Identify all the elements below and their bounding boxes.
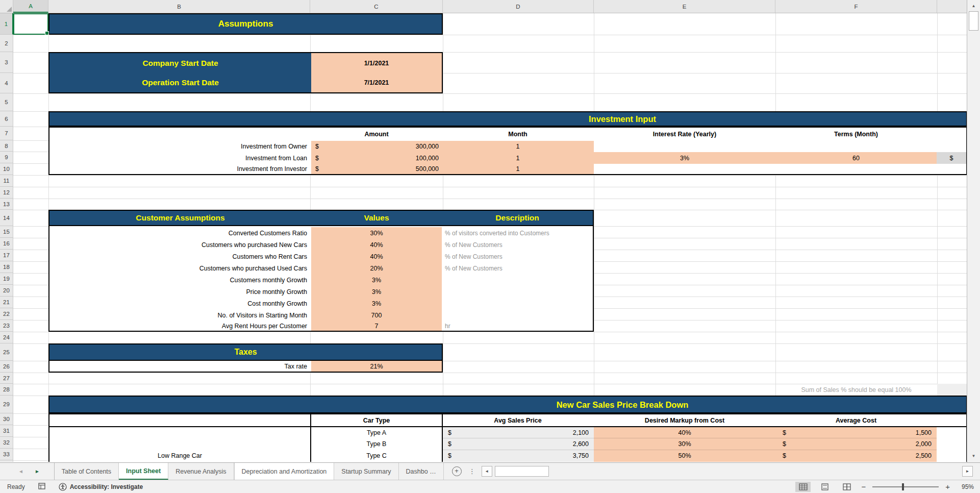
investment-loan-month[interactable]: 1 xyxy=(442,152,594,164)
accessibility-status[interactable]: Accessibility: Investigate xyxy=(59,483,143,491)
average-cost-cell[interactable]: 1,500 xyxy=(775,427,932,438)
assumptions-header-cell[interactable]: Assumptions xyxy=(48,13,443,35)
investment-loan-payment-currency[interactable]: $ xyxy=(937,152,966,164)
row-header-27[interactable]: 27 xyxy=(0,373,13,384)
normal-view-button[interactable] xyxy=(795,482,811,492)
row-header-32[interactable]: 32 xyxy=(0,437,13,449)
row-header-10[interactable]: 10 xyxy=(0,163,13,175)
row-header-18[interactable]: 18 xyxy=(0,261,13,273)
new-car-table[interactable]: Car Type Avg Sales Price Desired Markup … xyxy=(48,413,967,462)
row-header-9[interactable]: 9 xyxy=(0,152,13,163)
column-header-e[interactable]: E xyxy=(594,0,775,13)
start-dates-value-block[interactable]: 1/1/2021 7/1/2021 xyxy=(311,53,442,92)
customer-row-label[interactable]: Converted Customers Ratio xyxy=(49,227,307,239)
start-dates-table[interactable]: Company Start Date Operation Start Date … xyxy=(48,52,443,93)
zoom-in-button[interactable]: + xyxy=(945,483,950,490)
column-header-a[interactable]: A xyxy=(13,0,48,13)
scroll-up-button[interactable]: ▲ xyxy=(968,1,979,10)
customer-row-value[interactable]: 3% xyxy=(311,286,442,298)
select-all-corner[interactable] xyxy=(0,0,13,13)
customer-row-description[interactable]: hr xyxy=(445,321,592,331)
row-header-25[interactable]: 25 xyxy=(0,343,13,361)
vertical-scroll-thumb[interactable] xyxy=(969,11,978,31)
row-header-16[interactable]: 16 xyxy=(0,238,13,250)
investment-investor-month[interactable]: 1 xyxy=(442,164,594,174)
markup-cell[interactable]: 40% xyxy=(594,427,775,438)
customer-row-description[interactable]: % of New Customers xyxy=(445,262,592,274)
row-header-11[interactable]: 11 xyxy=(0,175,13,187)
customer-row-label[interactable]: Customers monthly Growth xyxy=(49,274,307,286)
zoom-out-button[interactable]: − xyxy=(861,483,866,490)
scroll-down-button[interactable]: ▼ xyxy=(968,451,979,460)
customer-row-value[interactable]: 30% xyxy=(311,227,442,239)
page-break-view-button[interactable] xyxy=(839,482,855,492)
car-type-cell[interactable]: Type A xyxy=(311,427,442,438)
investment-loan-interest[interactable]: 3% xyxy=(594,152,775,164)
row-header-31[interactable]: 31 xyxy=(0,425,13,437)
customer-row-label[interactable]: Customers who Rent Cars xyxy=(49,251,307,262)
customer-row-label[interactable]: Cost monthly Growth xyxy=(49,298,307,309)
tab-overflow-menu[interactable]: ⋮ xyxy=(469,467,475,475)
investment-owner-label[interactable]: Investment from Owner xyxy=(49,141,307,152)
customer-row-description[interactable]: % of New Customers xyxy=(445,251,592,262)
vertical-scrollbar[interactable]: ▲ ▼ xyxy=(967,0,980,462)
tab-depreciation-amortization[interactable]: Depreciation and Amortization xyxy=(234,463,335,480)
customer-row-value[interactable]: 20% xyxy=(311,262,442,274)
row-header-8[interactable]: 8 xyxy=(0,140,13,152)
row-header-23[interactable]: 23 xyxy=(0,320,13,332)
avg-sales-price-cell[interactable]: 2,600 xyxy=(443,438,589,449)
row-header-1[interactable]: 1 xyxy=(0,13,13,35)
customer-row-value[interactable]: 700 xyxy=(311,309,442,321)
tax-rate-label[interactable]: Tax rate xyxy=(49,361,307,372)
tab-startup-summary[interactable]: Startup Summary xyxy=(334,463,398,480)
row-header-6[interactable]: 6 xyxy=(0,111,13,127)
car-group-label[interactable]: Low Range Car xyxy=(49,450,310,462)
customer-row-value[interactable]: 40% xyxy=(311,251,442,262)
row-header-22[interactable]: 22 xyxy=(0,308,13,320)
tab-table-of-contents[interactable]: Table of Contents xyxy=(55,463,119,480)
row-header-33[interactable]: 33 xyxy=(0,449,13,460)
zoom-slider[interactable] xyxy=(872,486,939,487)
row-header-17[interactable]: 17 xyxy=(0,250,13,261)
horizontal-scroll-track[interactable] xyxy=(494,466,961,477)
markup-cell[interactable]: 30% xyxy=(594,438,775,449)
tab-revenue-analysis[interactable]: Revenue Analysis xyxy=(168,463,234,480)
sheet-nav-right-icon[interactable]: ► xyxy=(35,469,40,474)
row-header-24[interactable]: 24 xyxy=(0,332,13,343)
row-header-13[interactable]: 13 xyxy=(0,199,13,210)
customer-row-label[interactable]: Customers who purchased Used Cars xyxy=(49,262,307,274)
sales-percent-check-cell[interactable] xyxy=(937,384,967,396)
avg-sales-price-cell[interactable]: 3,750 xyxy=(443,450,589,461)
customer-row-label[interactable]: Avg Rent Hours per Customer xyxy=(49,321,307,331)
taxes-table[interactable]: Taxes Tax rate 21% xyxy=(48,343,443,373)
customer-row-label[interactable]: Price monthly Growth xyxy=(49,286,307,298)
customer-row-description[interactable]: % of New Customers xyxy=(445,239,592,251)
row-header-29[interactable]: 29 xyxy=(0,396,13,413)
car-type-cell[interactable]: Type B xyxy=(311,438,442,449)
average-cost-cell[interactable]: 2,500 xyxy=(775,450,932,461)
row-header-19[interactable]: 19 xyxy=(0,273,13,285)
customer-row-label[interactable]: Customers who purchased New Cars xyxy=(49,239,307,251)
investment-loan-terms[interactable]: 60 xyxy=(775,152,937,164)
row-header-3[interactable]: 3 xyxy=(0,52,13,73)
operation-start-date-value[interactable]: 7/1/2021 xyxy=(311,72,442,92)
row-header-2[interactable]: 2 xyxy=(0,35,13,52)
investment-investor-amount[interactable]: 500,000 xyxy=(311,164,439,174)
row-header-26[interactable]: 26 xyxy=(0,361,13,373)
tab-input-sheet[interactable]: Input Sheet xyxy=(119,463,168,480)
investment-loan-amount[interactable]: 100,000 xyxy=(311,152,439,164)
page-layout-view-button[interactable] xyxy=(817,482,833,492)
tax-rate-value[interactable]: 21% xyxy=(311,361,442,372)
customer-row-value[interactable]: 3% xyxy=(311,274,442,286)
investment-loan-label[interactable]: Investment from Loan xyxy=(49,152,307,164)
customer-assumptions-table[interactable]: Customer Assumptions Values Description … xyxy=(48,210,594,332)
scroll-right-button[interactable]: ► xyxy=(962,466,973,477)
start-dates-label-block[interactable]: Company Start Date Operation Start Date xyxy=(49,53,311,92)
investment-investor-label[interactable]: Investment from Investor xyxy=(49,164,307,174)
column-header-f[interactable]: F xyxy=(775,0,937,13)
row-header-20[interactable]: 20 xyxy=(0,285,13,297)
customer-row-value[interactable]: 40% xyxy=(311,239,442,251)
row-header-30[interactable]: 30 xyxy=(0,413,13,425)
sheet-nav-left-icon[interactable]: ◄ xyxy=(18,469,23,474)
investment-owner-amount[interactable]: 300,000 xyxy=(311,141,439,152)
